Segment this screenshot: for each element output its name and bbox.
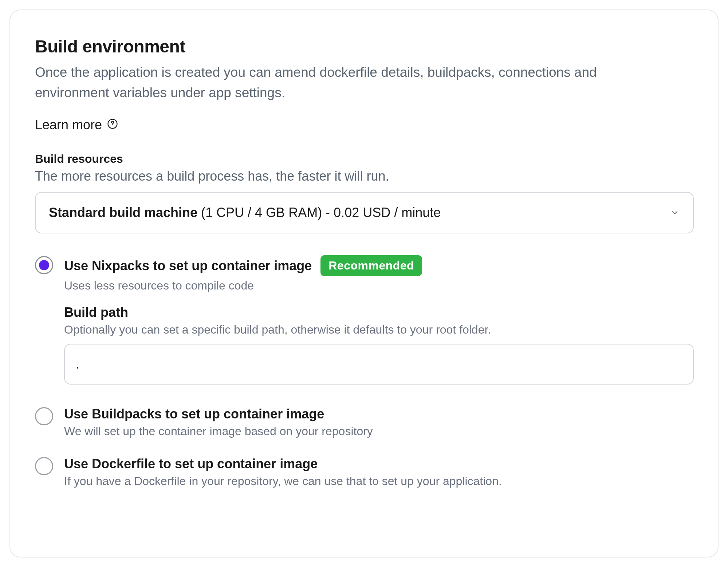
chevron-down-icon [670, 208, 680, 218]
radio-nixpacks[interactable] [35, 256, 53, 274]
radio-selected-dot [39, 260, 49, 270]
option-title-nixpacks: Use Nixpacks to set up container image [64, 258, 312, 273]
build-method-options: Use Nixpacks to set up container image R… [35, 255, 694, 493]
radio-dockerfile[interactable] [35, 457, 53, 475]
svg-point-1 [112, 126, 113, 127]
option-title-dockerfile: Use Dockerfile to set up container image [64, 456, 318, 472]
build-resources-desc: The more resources a build process has, … [35, 169, 694, 184]
build-path-input[interactable] [64, 344, 694, 385]
learn-more-label: Learn more [35, 117, 102, 133]
page-title: Build environment [35, 36, 694, 56]
page-subtitle: Once the application is created you can … [35, 62, 669, 103]
option-desc-dockerfile: If you have a Dockerfile in your reposit… [64, 475, 694, 488]
option-desc-nixpacks: Uses less resources to compile code [64, 279, 694, 292]
option-title-buildpacks: Use Buildpacks to set up container image [64, 406, 324, 422]
build-resources-label: Build resources [35, 152, 694, 166]
build-path-label: Build path [64, 305, 694, 320]
radio-buildpacks[interactable] [35, 407, 53, 425]
learn-more-link[interactable]: Learn more [35, 117, 118, 133]
build-resources-selected: Standard build machine (1 CPU / 4 GB RAM… [49, 205, 441, 220]
option-desc-buildpacks: We will set up the container image based… [64, 425, 694, 438]
recommended-badge: Recommended [320, 255, 422, 276]
build-path-desc: Optionally you can set a specific build … [64, 323, 694, 336]
build-resources-select[interactable]: Standard build machine (1 CPU / 4 GB RAM… [35, 192, 694, 233]
build-environment-card: Build environment Once the application i… [9, 9, 719, 558]
help-icon [107, 117, 118, 133]
